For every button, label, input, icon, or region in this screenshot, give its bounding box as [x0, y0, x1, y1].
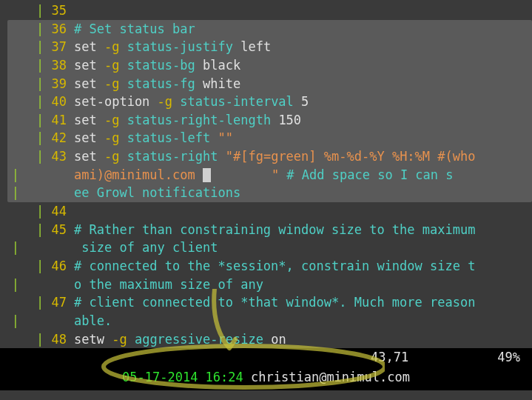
tmux-statusbar: 05-17-2014 16:24 christian@minimul.com — [0, 367, 532, 391]
status-datetime: 05-17-2014 16:24 — [122, 370, 251, 384]
code-editor[interactable]: | 35 | 36 # Set status bar | 37 set -g s… — [0, 0, 532, 348]
code-line: | 35 — [7, 1, 532, 20]
highlighted-region: | 36 # Set status bar | 37 set -g status… — [7, 20, 532, 202]
scroll-percent: 49% — [497, 348, 520, 367]
cursor — [203, 168, 211, 182]
vim-ruler: 43,71 49% — [0, 348, 532, 367]
cursor-position: 43,71 — [371, 348, 408, 367]
status-user-host: christian@minimul.com — [251, 370, 410, 384]
